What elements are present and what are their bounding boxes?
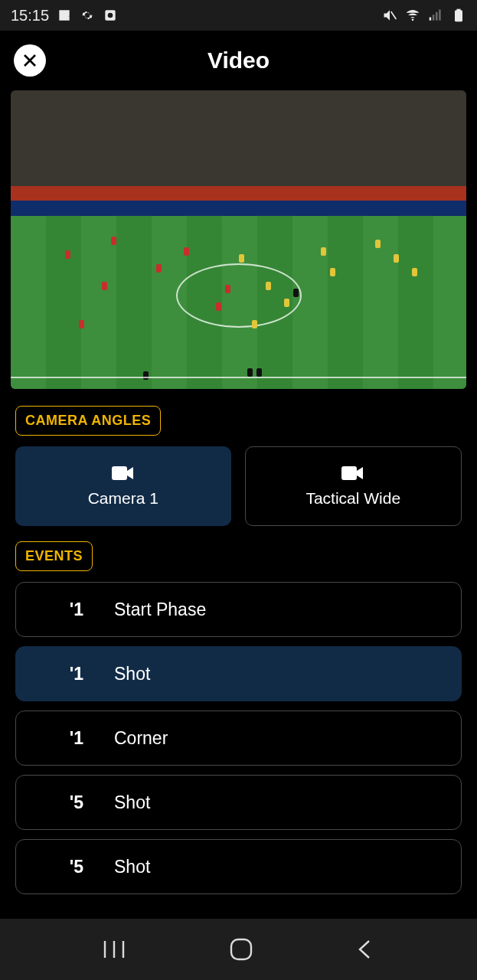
event-minute: '5 — [16, 857, 114, 877]
section-events: EVENTS — [15, 541, 93, 571]
svg-rect-13 — [341, 466, 357, 480]
event-row[interactable]: '5 Shot — [15, 775, 462, 830]
svg-rect-12 — [112, 466, 127, 480]
event-minute: '5 — [16, 792, 114, 813]
svg-rect-7 — [439, 10, 441, 21]
image-icon — [57, 8, 72, 23]
event-row[interactable]: '1 Shot — [15, 646, 462, 701]
svg-rect-6 — [436, 12, 438, 21]
gear-icon — [80, 8, 95, 23]
svg-point-3 — [412, 19, 414, 21]
content: CAMERA ANGLES Camera 1 Tactical Wide EVE… — [0, 389, 477, 919]
events-list: '1 Start Phase '1 Shot '1 Corner '5 Shot… — [15, 582, 462, 894]
page-title: Video — [207, 47, 270, 74]
pitch — [11, 216, 466, 389]
section-camera-angles: CAMERA ANGLES — [15, 406, 161, 436]
event-minute: '1 — [16, 599, 114, 620]
video-camera-icon — [112, 465, 135, 482]
event-minute: '1 — [16, 728, 114, 749]
video-camera-icon — [341, 465, 364, 482]
system-nav-bar — [0, 919, 477, 980]
event-row[interactable]: '1 Corner — [15, 710, 462, 766]
video-player[interactable] — [11, 90, 466, 389]
event-row[interactable]: '1 Start Phase — [15, 582, 462, 637]
camera-option-1[interactable]: Camera 1 — [15, 446, 231, 526]
recents-button[interactable] — [100, 938, 128, 961]
clock: 15:15 — [11, 7, 49, 24]
svg-rect-9 — [457, 9, 461, 11]
event-row[interactable]: '5 Shot — [15, 839, 462, 894]
camera-angles-row: Camera 1 Tactical Wide — [15, 446, 462, 526]
svg-rect-4 — [430, 18, 432, 21]
svg-rect-5 — [433, 15, 435, 20]
svg-rect-8 — [455, 10, 462, 21]
status-bar: 15:15 — [0, 0, 477, 31]
home-button[interactable] — [228, 936, 254, 962]
battery-icon — [451, 8, 466, 23]
event-label: Shot — [114, 664, 150, 684]
event-minute: '1 — [16, 664, 114, 684]
mute-icon — [382, 8, 397, 23]
close-icon — [21, 51, 39, 70]
camera-option-2[interactable]: Tactical Wide — [245, 446, 462, 526]
camera-label: Camera 1 — [88, 489, 158, 508]
event-label: Shot — [114, 792, 150, 813]
wifi-icon — [405, 8, 420, 23]
event-label: Shot — [114, 857, 150, 877]
signal-icon — [428, 8, 443, 23]
header: Video — [0, 31, 477, 90]
svg-line-2 — [391, 11, 397, 19]
media-icon — [103, 8, 118, 23]
back-button[interactable] — [354, 938, 377, 961]
camera-label: Tactical Wide — [305, 489, 400, 508]
event-label: Start Phase — [114, 599, 206, 620]
svg-point-1 — [108, 13, 113, 18]
event-label: Corner — [114, 728, 168, 749]
close-button[interactable] — [14, 44, 46, 77]
svg-rect-17 — [231, 939, 251, 959]
